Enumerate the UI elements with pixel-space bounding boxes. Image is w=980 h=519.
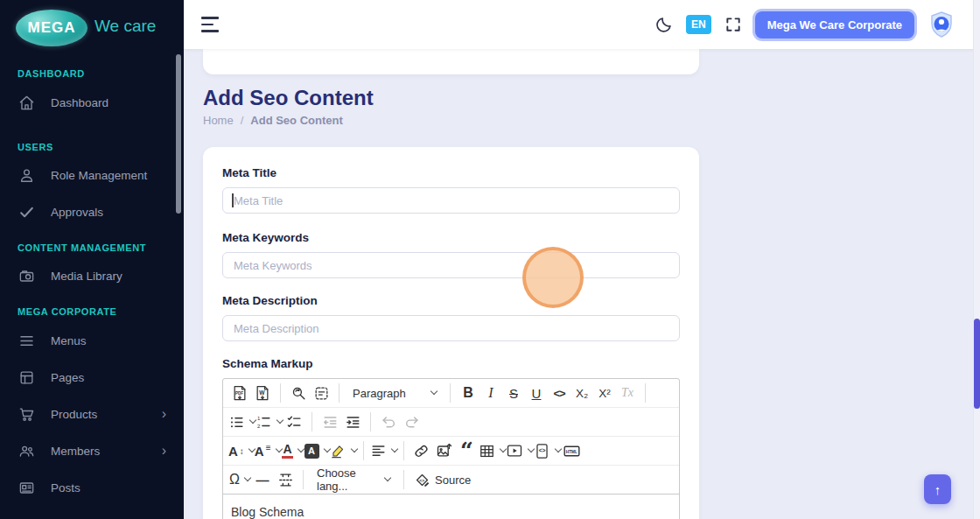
insert-image-button[interactable] xyxy=(433,439,456,462)
toolbar-separator xyxy=(645,383,646,403)
remove-format-button[interactable]: Tx xyxy=(616,382,639,404)
toolbar-separator xyxy=(370,412,371,431)
font-color-button[interactable]: A xyxy=(282,439,304,462)
editor-content-area[interactable]: Blog Schema xyxy=(223,494,679,519)
sidebar-item-members[interactable]: Members › xyxy=(0,438,184,463)
schema-markup-label: Schema Markup xyxy=(222,357,680,370)
scrolled-card-remnant xyxy=(203,49,699,74)
link-button[interactable] xyxy=(410,439,433,462)
indent-button[interactable] xyxy=(341,410,364,433)
html-embed-button[interactable]: HTML xyxy=(561,439,584,462)
sidebar-item-products[interactable]: Products › xyxy=(0,402,184,426)
sidebar-item-approvals[interactable]: Approvals xyxy=(0,200,184,224)
redo-button[interactable] xyxy=(400,410,423,433)
strikethrough-button[interactable]: S xyxy=(502,382,525,404)
inline-code-button[interactable]: <> xyxy=(548,382,570,404)
export-pdf-button[interactable]: PDF xyxy=(228,382,251,404)
italic-button[interactable]: I xyxy=(480,382,502,404)
breadcrumb-separator: / xyxy=(241,114,244,127)
meta-keywords-input[interactable] xyxy=(222,252,680,278)
breadcrumb-home-link[interactable]: Home xyxy=(203,114,234,127)
font-size-button[interactable]: A↕ xyxy=(228,439,255,462)
camera-icon xyxy=(18,267,35,284)
todo-list-button[interactable] xyxy=(283,410,305,433)
breadcrumb-current: Add Seo Content xyxy=(250,114,342,127)
export-word-button[interactable]: W xyxy=(251,382,274,404)
members-icon xyxy=(18,442,35,459)
menu-lines-icon xyxy=(18,332,35,349)
meta-keywords-label: Meta Keywords xyxy=(222,231,680,244)
sidebar-section-mega-corporate: MEGA CORPORATE xyxy=(18,305,117,319)
paragraph-style-dropdown[interactable]: Paragraph xyxy=(346,382,444,404)
workspace-button[interactable]: Mega We Care Corporate xyxy=(755,11,914,39)
bulleted-list-button[interactable] xyxy=(228,410,256,433)
highlight-button[interactable] xyxy=(330,439,357,462)
sidebar-toggle-button[interactable] xyxy=(201,17,220,32)
page-scrollbar-track[interactable] xyxy=(973,0,980,519)
horizontal-line-button[interactable]: — xyxy=(251,468,274,491)
superscript-button[interactable]: X² xyxy=(593,382,616,404)
sidebar-item-posts[interactable]: Posts xyxy=(0,475,184,500)
toolbar-separator xyxy=(403,470,404,489)
undo-button[interactable] xyxy=(377,410,400,433)
block-quote-button[interactable]: “ xyxy=(456,445,479,457)
sidebar-item-pages[interactable]: Pages xyxy=(0,365,184,389)
chevron-right-icon: › xyxy=(162,444,166,458)
fullscreen-icon[interactable] xyxy=(724,16,742,33)
bold-button[interactable]: B xyxy=(457,382,480,404)
subscript-button[interactable]: X₂ xyxy=(570,382,593,404)
underline-button[interactable]: U xyxy=(525,382,548,404)
sidebar-item-menus[interactable]: Menus xyxy=(0,328,184,353)
meta-description-input[interactable] xyxy=(222,315,680,341)
chevron-down-icon xyxy=(430,388,438,395)
check-icon xyxy=(18,203,35,221)
outdent-button[interactable] xyxy=(318,410,341,433)
user-icon xyxy=(18,166,35,184)
language-dropdown[interactable]: Choose lang... xyxy=(310,468,397,491)
chevron-down-icon xyxy=(384,474,391,481)
svg-text:PDF: PDF xyxy=(235,391,243,396)
select-all-button[interactable] xyxy=(310,382,332,404)
source-editing-button[interactable]: <> Source xyxy=(410,468,474,491)
page-title: Add Seo Content xyxy=(203,86,374,110)
meta-title-input[interactable] xyxy=(222,187,680,214)
numbered-list-button[interactable]: 12 xyxy=(256,410,283,433)
special-characters-button[interactable]: Ω xyxy=(228,468,251,491)
toolbar-separator xyxy=(339,383,340,403)
font-background-color-button[interactable]: A xyxy=(304,439,330,462)
sidebar-section-content-management: CONTENT MANAGEMENT xyxy=(18,241,146,255)
chevron-down-icon xyxy=(244,474,251,481)
sidebar-item-media-library[interactable]: Media Library xyxy=(0,263,184,288)
editor-toolbar-row-2: 12 xyxy=(223,408,679,437)
dark-mode-moon-icon[interactable] xyxy=(654,16,673,34)
topbar: EN Mega We Care Corporate xyxy=(184,0,980,49)
scroll-to-top-button[interactable]: ↑ xyxy=(924,474,951,504)
meta-title-label: Meta Title xyxy=(222,166,680,179)
chevron-down-icon xyxy=(390,445,397,452)
toolbar-separator xyxy=(303,470,304,489)
toolbar-separator xyxy=(280,383,281,403)
app-root: MEGA We care DASHBOARD Dashboard USERS R… xyxy=(0,0,980,519)
brand-logo[interactable]: MEGA We care xyxy=(0,0,184,56)
svg-text:2: 2 xyxy=(257,423,260,428)
font-family-button[interactable]: A≡ xyxy=(255,439,282,462)
page-break-button[interactable] xyxy=(274,468,297,491)
cart-icon xyxy=(18,405,35,423)
posts-icon xyxy=(18,479,35,496)
sidebar: MEGA We care DASHBOARD Dashboard USERS R… xyxy=(0,0,184,519)
user-avatar-icon[interactable] xyxy=(928,11,956,39)
logo-brand-text: MEGA xyxy=(28,19,76,37)
language-badge[interactable]: EN xyxy=(686,15,711,34)
page-scrollbar-thumb[interactable] xyxy=(974,319,980,409)
code-block-button[interactable]: <> xyxy=(534,439,561,462)
find-replace-button[interactable] xyxy=(287,382,310,404)
sidebar-item-dashboard[interactable]: Dashboard xyxy=(0,90,184,115)
sidebar-item-role-management[interactable]: Role Management xyxy=(0,163,184,187)
insert-table-button[interactable] xyxy=(479,439,506,462)
pages-icon xyxy=(18,368,35,386)
media-embed-button[interactable] xyxy=(506,439,534,462)
sidebar-scrollbar-thumb[interactable] xyxy=(176,54,181,214)
text-alignment-button[interactable] xyxy=(370,439,397,462)
chevron-down-icon xyxy=(297,445,304,452)
meta-description-label: Meta Description xyxy=(222,294,680,307)
